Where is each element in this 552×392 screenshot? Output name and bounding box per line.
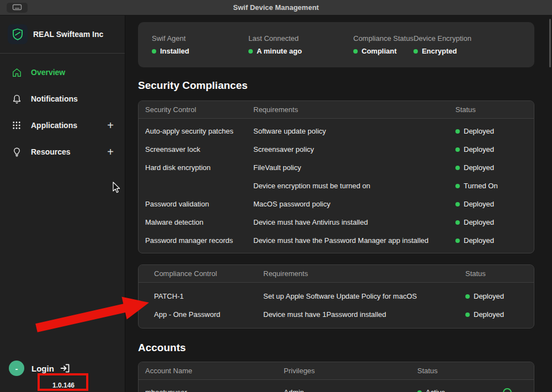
table-row: Password manager records Device must hav… <box>139 231 534 250</box>
requirement-cell: Software update policy <box>253 127 455 135</box>
status-cell: Deployed <box>465 310 527 319</box>
status-item-label: Device Encryption <box>413 34 471 43</box>
status-card-item: Swif Agent Installed <box>152 34 248 55</box>
status-text: Deployed <box>464 236 494 245</box>
lightbulb-icon <box>11 146 22 157</box>
status-text: Deployed <box>464 200 494 208</box>
status-item-value-text: A minute ago <box>257 47 302 55</box>
status-item-value-text: Encrypted <box>422 47 457 55</box>
column-header: Account Name <box>145 367 284 375</box>
login-label: Login <box>31 364 54 373</box>
sidebar: REAL Swifteam Inc Overview Notifications… <box>0 15 125 392</box>
status-dot-icon <box>465 312 470 317</box>
sidebar-item-label: Notifications <box>31 94 78 103</box>
grid-icon <box>11 120 22 131</box>
status-dot-icon <box>465 294 470 299</box>
status-item-value: A minute ago <box>248 47 353 55</box>
control-cell: App - One Password <box>154 310 263 319</box>
status-text: Turned On <box>464 182 498 190</box>
column-header: Status <box>417 367 527 375</box>
requirement-cell: Device must have 1Password installed <box>263 310 465 319</box>
status-cell: Deployed <box>465 292 527 300</box>
sidebar-item-label: Applications <box>31 121 77 130</box>
column-header: Requirements <box>263 269 465 278</box>
status-text: Deployed <box>464 127 494 135</box>
status-dot-icon <box>455 239 460 243</box>
status-cell: Deployed <box>455 163 527 172</box>
control-cell: Password manager records <box>145 236 253 245</box>
accounts-table: Account Name Privileges Status mbootupus… <box>138 362 534 392</box>
titlebar-device-button[interactable] <box>7 3 28 13</box>
status-dot-icon <box>248 49 253 54</box>
sidebar-item-label: Resources <box>31 147 71 156</box>
org-name: REAL Swifteam Inc <box>33 30 103 39</box>
status-cell: Deployed <box>455 145 527 153</box>
status-text: Deployed <box>464 218 494 226</box>
privileges-cell: Admin <box>284 388 417 392</box>
status-dot-icon <box>455 184 460 188</box>
status-item-value-text: Installed <box>160 47 189 55</box>
titlebar: Swif Device Management <box>0 0 552 15</box>
table-row: Password validation MacOS password polic… <box>139 195 534 213</box>
table-row: PATCH-1 Set up Apple Software Update Pol… <box>139 287 534 305</box>
requirement-cell: Device must have Antivirus installed <box>253 218 455 226</box>
column-header: Compliance Control <box>154 269 263 278</box>
window-title: Swif Device Management <box>233 3 319 12</box>
status-dot-icon <box>353 49 358 54</box>
main-content: Swif Agent Installed Last Connected A mi… <box>125 15 552 392</box>
status-item-label: Compliance Status <box>353 34 413 43</box>
column-header: Status <box>455 105 527 114</box>
login-control[interactable]: - Login <box>9 361 71 376</box>
status-text: Deployed <box>474 292 504 300</box>
status-dot-icon <box>455 220 460 225</box>
status-dot-icon <box>455 166 460 170</box>
column-header: Requirements <box>253 105 455 114</box>
sidebar-item-notifications[interactable]: Notifications <box>0 86 125 112</box>
sidebar-item-label: Overview <box>31 68 65 77</box>
sidebar-nav: Overview Notifications Applications + Re… <box>0 59 125 165</box>
status-card-item: Device Encryption Encrypted <box>413 34 471 55</box>
add-resource-button[interactable]: + <box>107 146 114 157</box>
compliance-controls-table: Compliance Control Requirements Status P… <box>138 264 534 329</box>
status-cell: Deployed <box>455 127 527 135</box>
device-status-card: Swif Agent Installed Last Connected A mi… <box>138 22 534 67</box>
security-compliances-heading: Security Compliances <box>138 80 534 92</box>
sidebar-item-resources[interactable]: Resources + <box>0 139 125 165</box>
sidebar-item-overview[interactable]: Overview <box>0 59 125 86</box>
status-cell: Deployed <box>455 200 527 208</box>
control-cell: Hard disk encryption <box>145 163 253 172</box>
requirement-cell: Device must have the Password Manager ap… <box>253 236 455 245</box>
security-controls-table: Security Control Requirements Status Aut… <box>138 100 534 253</box>
status-item-value: Installed <box>152 47 248 55</box>
status-dot-icon <box>455 129 460 134</box>
avatar[interactable]: - <box>9 361 24 376</box>
sidebar-item-applications[interactable]: Applications + <box>0 112 125 139</box>
table-row: Device encryption must be turned on Turn… <box>139 177 534 195</box>
table-header-row: Account Name Privileges Status <box>139 362 534 380</box>
scrollbar-thumb[interactable] <box>549 19 551 67</box>
status-item-value-text: Compliant <box>362 47 397 55</box>
requirement-cell: Set up Apple Software Update Policy for … <box>263 292 465 300</box>
requirement-cell: Screensaver policy <box>253 145 455 153</box>
control-cell: Password validation <box>145 200 253 208</box>
requirement-cell: FileVault policy <box>253 163 455 172</box>
table-row: Malware detection Device must have Antiv… <box>139 213 534 231</box>
status-cell: Deployed <box>455 218 527 226</box>
table-row: mbootupuser Admin Active <box>139 383 534 392</box>
table-row: Auto-apply security patches Software upd… <box>139 122 534 140</box>
table-body: PATCH-1 Set up Apple Software Update Pol… <box>139 283 534 328</box>
version-label: 1.0.146 <box>39 382 88 389</box>
status-dot-icon <box>455 202 460 206</box>
status-item-value: Compliant <box>353 47 413 55</box>
table-row: Screensaver lock Screensaver policy Depl… <box>139 140 534 158</box>
status-card-item: Compliance Status Compliant <box>353 34 413 55</box>
add-application-button[interactable]: + <box>107 120 114 131</box>
account-action-icon[interactable] <box>503 388 512 392</box>
account-name-cell: mbootupuser <box>145 388 284 392</box>
status-item-value: Encrypted <box>413 47 471 55</box>
home-icon <box>11 67 22 78</box>
status-text: Deployed <box>474 310 504 319</box>
table-body: mbootupuser Admin Active <box>139 380 534 392</box>
table-row: Hard disk encryption FileVault policy De… <box>139 158 534 177</box>
status-dot-icon <box>152 49 156 54</box>
